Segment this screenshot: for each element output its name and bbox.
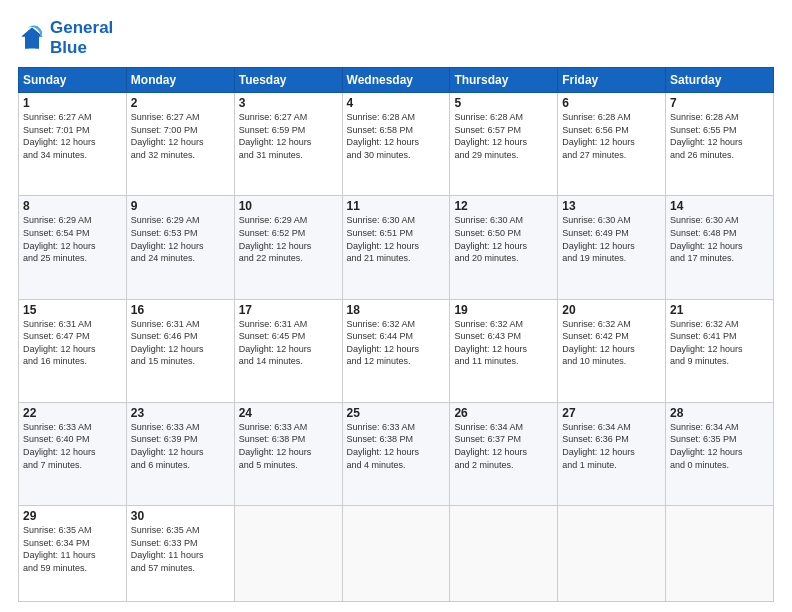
logo: General Blue — [18, 18, 113, 57]
day-number: 18 — [347, 303, 446, 317]
day-number: 2 — [131, 96, 230, 110]
day-info: Sunrise: 6:30 AM Sunset: 6:49 PM Dayligh… — [562, 214, 661, 264]
table-row: 9Sunrise: 6:29 AM Sunset: 6:53 PM Daylig… — [126, 196, 234, 299]
table-row — [558, 506, 666, 602]
day-info: Sunrise: 6:30 AM Sunset: 6:48 PM Dayligh… — [670, 214, 769, 264]
day-number: 19 — [454, 303, 553, 317]
day-info: Sunrise: 6:31 AM Sunset: 6:45 PM Dayligh… — [239, 318, 338, 368]
day-info: Sunrise: 6:35 AM Sunset: 6:34 PM Dayligh… — [23, 524, 122, 574]
table-row: 2Sunrise: 6:27 AM Sunset: 7:00 PM Daylig… — [126, 93, 234, 196]
day-number: 1 — [23, 96, 122, 110]
table-row: 25Sunrise: 6:33 AM Sunset: 6:38 PM Dayli… — [342, 402, 450, 505]
day-info: Sunrise: 6:29 AM Sunset: 6:54 PM Dayligh… — [23, 214, 122, 264]
weekday-header-saturday: Saturday — [666, 68, 774, 93]
day-number: 30 — [131, 509, 230, 523]
table-row: 15Sunrise: 6:31 AM Sunset: 6:47 PM Dayli… — [19, 299, 127, 402]
day-number: 25 — [347, 406, 446, 420]
day-number: 28 — [670, 406, 769, 420]
table-row: 20Sunrise: 6:32 AM Sunset: 6:42 PM Dayli… — [558, 299, 666, 402]
table-row: 10Sunrise: 6:29 AM Sunset: 6:52 PM Dayli… — [234, 196, 342, 299]
day-info: Sunrise: 6:33 AM Sunset: 6:38 PM Dayligh… — [347, 421, 446, 471]
weekday-header-friday: Friday — [558, 68, 666, 93]
day-info: Sunrise: 6:34 AM Sunset: 6:36 PM Dayligh… — [562, 421, 661, 471]
day-info: Sunrise: 6:28 AM Sunset: 6:58 PM Dayligh… — [347, 111, 446, 161]
day-number: 22 — [23, 406, 122, 420]
header: General Blue — [18, 18, 774, 57]
day-number: 16 — [131, 303, 230, 317]
weekday-header-wednesday: Wednesday — [342, 68, 450, 93]
table-row — [342, 506, 450, 602]
day-info: Sunrise: 6:33 AM Sunset: 6:38 PM Dayligh… — [239, 421, 338, 471]
page: General Blue SundayMondayTuesdayWednesda… — [0, 0, 792, 612]
day-info: Sunrise: 6:27 AM Sunset: 7:01 PM Dayligh… — [23, 111, 122, 161]
table-row — [450, 506, 558, 602]
table-row: 14Sunrise: 6:30 AM Sunset: 6:48 PM Dayli… — [666, 196, 774, 299]
day-info: Sunrise: 6:33 AM Sunset: 6:39 PM Dayligh… — [131, 421, 230, 471]
day-number: 24 — [239, 406, 338, 420]
day-number: 20 — [562, 303, 661, 317]
table-row: 1Sunrise: 6:27 AM Sunset: 7:01 PM Daylig… — [19, 93, 127, 196]
day-info: Sunrise: 6:29 AM Sunset: 6:52 PM Dayligh… — [239, 214, 338, 264]
day-number: 10 — [239, 199, 338, 213]
calendar-table: SundayMondayTuesdayWednesdayThursdayFrid… — [18, 67, 774, 602]
table-row: 27Sunrise: 6:34 AM Sunset: 6:36 PM Dayli… — [558, 402, 666, 505]
logo-text: General Blue — [50, 18, 113, 57]
day-info: Sunrise: 6:32 AM Sunset: 6:44 PM Dayligh… — [347, 318, 446, 368]
day-info: Sunrise: 6:31 AM Sunset: 6:46 PM Dayligh… — [131, 318, 230, 368]
table-row: 6Sunrise: 6:28 AM Sunset: 6:56 PM Daylig… — [558, 93, 666, 196]
day-info: Sunrise: 6:30 AM Sunset: 6:50 PM Dayligh… — [454, 214, 553, 264]
table-row — [234, 506, 342, 602]
table-row: 23Sunrise: 6:33 AM Sunset: 6:39 PM Dayli… — [126, 402, 234, 505]
day-number: 5 — [454, 96, 553, 110]
day-info: Sunrise: 6:34 AM Sunset: 6:37 PM Dayligh… — [454, 421, 553, 471]
table-row: 28Sunrise: 6:34 AM Sunset: 6:35 PM Dayli… — [666, 402, 774, 505]
day-info: Sunrise: 6:27 AM Sunset: 6:59 PM Dayligh… — [239, 111, 338, 161]
weekday-header-tuesday: Tuesday — [234, 68, 342, 93]
day-number: 7 — [670, 96, 769, 110]
day-number: 21 — [670, 303, 769, 317]
day-number: 3 — [239, 96, 338, 110]
table-row: 19Sunrise: 6:32 AM Sunset: 6:43 PM Dayli… — [450, 299, 558, 402]
table-row: 7Sunrise: 6:28 AM Sunset: 6:55 PM Daylig… — [666, 93, 774, 196]
day-info: Sunrise: 6:32 AM Sunset: 6:43 PM Dayligh… — [454, 318, 553, 368]
day-info: Sunrise: 6:31 AM Sunset: 6:47 PM Dayligh… — [23, 318, 122, 368]
table-row: 17Sunrise: 6:31 AM Sunset: 6:45 PM Dayli… — [234, 299, 342, 402]
day-number: 4 — [347, 96, 446, 110]
table-row: 3Sunrise: 6:27 AM Sunset: 6:59 PM Daylig… — [234, 93, 342, 196]
table-row — [666, 506, 774, 602]
day-info: Sunrise: 6:29 AM Sunset: 6:53 PM Dayligh… — [131, 214, 230, 264]
table-row: 8Sunrise: 6:29 AM Sunset: 6:54 PM Daylig… — [19, 196, 127, 299]
table-row: 26Sunrise: 6:34 AM Sunset: 6:37 PM Dayli… — [450, 402, 558, 505]
day-info: Sunrise: 6:30 AM Sunset: 6:51 PM Dayligh… — [347, 214, 446, 264]
day-info: Sunrise: 6:35 AM Sunset: 6:33 PM Dayligh… — [131, 524, 230, 574]
day-number: 8 — [23, 199, 122, 213]
table-row: 29Sunrise: 6:35 AM Sunset: 6:34 PM Dayli… — [19, 506, 127, 602]
day-info: Sunrise: 6:27 AM Sunset: 7:00 PM Dayligh… — [131, 111, 230, 161]
table-row: 21Sunrise: 6:32 AM Sunset: 6:41 PM Dayli… — [666, 299, 774, 402]
table-row: 16Sunrise: 6:31 AM Sunset: 6:46 PM Dayli… — [126, 299, 234, 402]
day-info: Sunrise: 6:28 AM Sunset: 6:55 PM Dayligh… — [670, 111, 769, 161]
weekday-header-monday: Monday — [126, 68, 234, 93]
table-row: 30Sunrise: 6:35 AM Sunset: 6:33 PM Dayli… — [126, 506, 234, 602]
day-number: 15 — [23, 303, 122, 317]
table-row: 22Sunrise: 6:33 AM Sunset: 6:40 PM Dayli… — [19, 402, 127, 505]
day-info: Sunrise: 6:32 AM Sunset: 6:42 PM Dayligh… — [562, 318, 661, 368]
table-row: 4Sunrise: 6:28 AM Sunset: 6:58 PM Daylig… — [342, 93, 450, 196]
day-number: 12 — [454, 199, 553, 213]
day-number: 9 — [131, 199, 230, 213]
table-row: 18Sunrise: 6:32 AM Sunset: 6:44 PM Dayli… — [342, 299, 450, 402]
day-number: 11 — [347, 199, 446, 213]
day-info: Sunrise: 6:33 AM Sunset: 6:40 PM Dayligh… — [23, 421, 122, 471]
day-number: 14 — [670, 199, 769, 213]
day-number: 27 — [562, 406, 661, 420]
table-row: 13Sunrise: 6:30 AM Sunset: 6:49 PM Dayli… — [558, 196, 666, 299]
weekday-header-thursday: Thursday — [450, 68, 558, 93]
table-row: 24Sunrise: 6:33 AM Sunset: 6:38 PM Dayli… — [234, 402, 342, 505]
day-number: 6 — [562, 96, 661, 110]
table-row: 5Sunrise: 6:28 AM Sunset: 6:57 PM Daylig… — [450, 93, 558, 196]
day-number: 17 — [239, 303, 338, 317]
day-number: 13 — [562, 199, 661, 213]
day-info: Sunrise: 6:32 AM Sunset: 6:41 PM Dayligh… — [670, 318, 769, 368]
table-row: 12Sunrise: 6:30 AM Sunset: 6:50 PM Dayli… — [450, 196, 558, 299]
logo-icon — [18, 24, 46, 52]
